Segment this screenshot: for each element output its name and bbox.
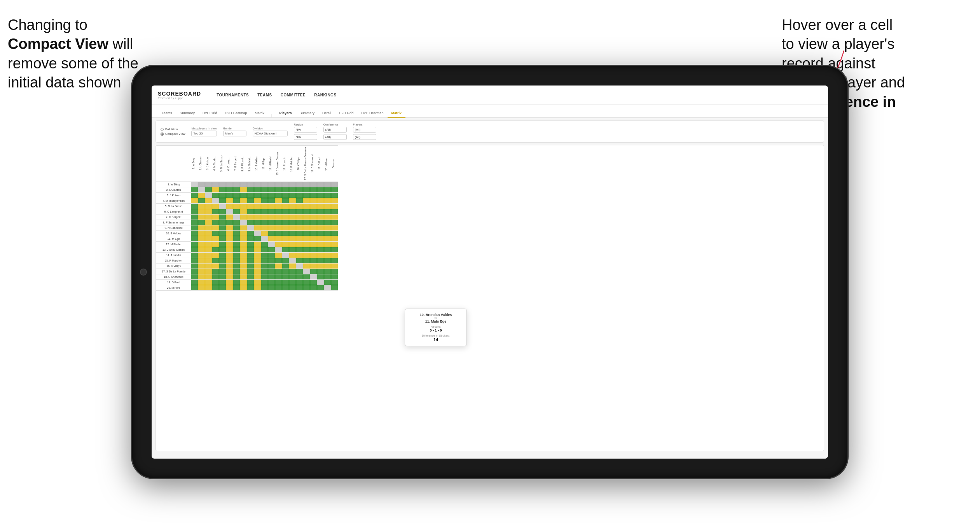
cell-14-0[interactable]	[191, 258, 198, 264]
cell-7-6[interactable]	[233, 220, 240, 225]
tab-players-h2h-heatmap[interactable]: H2H Heatmap	[358, 109, 388, 118]
cell-19-7[interactable]	[240, 285, 247, 291]
cell-19-6[interactable]	[233, 285, 240, 291]
tab-players-detail[interactable]: Detail	[318, 109, 335, 118]
cell-3-14[interactable]	[289, 198, 296, 204]
cell-16-19[interactable]	[324, 269, 331, 274]
cell-2-10[interactable]	[261, 193, 268, 198]
cell-18-6[interactable]	[233, 280, 240, 285]
cell-8-0[interactable]	[191, 225, 198, 231]
cell-18-9[interactable]	[254, 280, 261, 285]
cell-18-0[interactable]	[191, 280, 198, 285]
cell-7-4[interactable]	[219, 220, 226, 225]
cell-6-18[interactable]	[317, 215, 324, 220]
cell-5-10[interactable]	[261, 209, 268, 215]
cell-14-17[interactable]	[310, 258, 317, 264]
cell-19-2[interactable]	[205, 285, 212, 291]
cell-17-16[interactable]	[303, 274, 310, 280]
cell-0-1[interactable]	[198, 182, 205, 187]
cell-19-16[interactable]	[303, 285, 310, 291]
cell-13-11[interactable]	[268, 253, 275, 258]
cell-15-0[interactable]	[191, 264, 198, 269]
cell-4-8[interactable]	[247, 204, 254, 209]
cell-0-16[interactable]	[303, 182, 310, 187]
cell-9-1[interactable]	[198, 231, 205, 236]
cell-7-12[interactable]	[275, 220, 282, 225]
cell-8-20[interactable]	[331, 225, 338, 231]
cell-2-4[interactable]	[219, 193, 226, 198]
cell-1-18[interactable]	[317, 187, 324, 193]
cell-0-8[interactable]	[247, 182, 254, 187]
cell-15-12[interactable]	[275, 264, 282, 269]
cell-10-17[interactable]	[310, 236, 317, 242]
cell-11-0[interactable]	[191, 242, 198, 247]
division-select[interactable]: NCAA Division I	[253, 131, 288, 136]
cell-17-18[interactable]	[317, 274, 324, 280]
cell-15-1[interactable]	[198, 264, 205, 269]
cell-9-12[interactable]	[275, 231, 282, 236]
cell-9-18[interactable]	[317, 231, 324, 236]
cell-3-5[interactable]	[226, 198, 233, 204]
cell-11-9[interactable]	[254, 242, 261, 247]
cell-0-2[interactable]	[205, 182, 212, 187]
cell-19-13[interactable]	[282, 285, 289, 291]
cell-18-18[interactable]	[317, 280, 324, 285]
cell-9-6[interactable]	[233, 231, 240, 236]
cell-3-3[interactable]	[212, 198, 219, 204]
cell-13-10[interactable]	[261, 253, 268, 258]
cell-2-15[interactable]	[296, 193, 303, 198]
cell-4-15[interactable]	[296, 204, 303, 209]
cell-15-4[interactable]	[219, 264, 226, 269]
cell-18-3[interactable]	[212, 280, 219, 285]
cell-0-13[interactable]	[282, 182, 289, 187]
cell-13-13[interactable]	[282, 253, 289, 258]
max-players-select[interactable]: Top 25	[191, 131, 217, 136]
cell-19-12[interactable]	[275, 285, 282, 291]
cell-19-10[interactable]	[261, 285, 268, 291]
cell-0-20[interactable]	[331, 182, 338, 187]
cell-11-4[interactable]	[219, 242, 226, 247]
cell-4-1[interactable]	[198, 204, 205, 209]
cell-0-14[interactable]	[289, 182, 296, 187]
cell-11-15[interactable]	[296, 242, 303, 247]
nav-committee[interactable]: COMMITTEE	[281, 93, 306, 97]
cell-11-20[interactable]	[331, 242, 338, 247]
cell-13-14[interactable]	[289, 253, 296, 258]
cell-12-3[interactable]	[212, 247, 219, 253]
cell-16-4[interactable]	[219, 269, 226, 274]
cell-12-5[interactable]	[226, 247, 233, 253]
cell-6-16[interactable]	[303, 215, 310, 220]
cell-6-17[interactable]	[310, 215, 317, 220]
cell-14-5[interactable]	[226, 258, 233, 264]
cell-17-6[interactable]	[233, 274, 240, 280]
cell-8-6[interactable]	[233, 225, 240, 231]
cell-10-8[interactable]	[247, 236, 254, 242]
cell-15-14[interactable]	[289, 264, 296, 269]
cell-8-3[interactable]	[212, 225, 219, 231]
cell-17-0[interactable]	[191, 274, 198, 280]
cell-11-5[interactable]	[226, 242, 233, 247]
cell-13-5[interactable]	[226, 253, 233, 258]
cell-2-0[interactable]	[191, 193, 198, 198]
cell-11-2[interactable]	[205, 242, 212, 247]
cell-5-6[interactable]	[233, 209, 240, 215]
cell-0-5[interactable]	[226, 182, 233, 187]
cell-14-2[interactable]	[205, 258, 212, 264]
cell-7-7[interactable]	[240, 220, 247, 225]
matrix-scroll[interactable]: 1. W Ding 2. L Clanton 3. J Koivun 4. M …	[156, 145, 824, 451]
cell-2-2[interactable]	[205, 193, 212, 198]
cell-15-10[interactable]	[261, 264, 268, 269]
cell-18-10[interactable]	[261, 280, 268, 285]
cell-13-16[interactable]	[303, 253, 310, 258]
cell-2-6[interactable]	[233, 193, 240, 198]
cell-8-1[interactable]	[198, 225, 205, 231]
cell-19-17[interactable]	[310, 285, 317, 291]
cell-0-0[interactable]	[191, 182, 198, 187]
cell-14-7[interactable]	[240, 258, 247, 264]
cell-4-14[interactable]	[289, 204, 296, 209]
cell-5-4[interactable]	[219, 209, 226, 215]
cell-19-4[interactable]	[219, 285, 226, 291]
cell-6-10[interactable]	[261, 215, 268, 220]
cell-5-17[interactable]	[310, 209, 317, 215]
cell-1-4[interactable]	[219, 187, 226, 193]
